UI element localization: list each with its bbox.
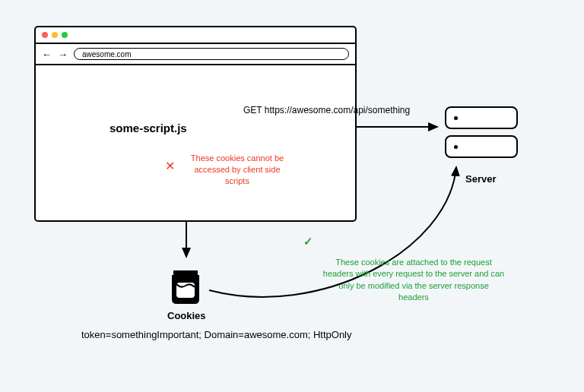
red-note-text: These cookies cannot be accessed by clie… (184, 153, 290, 187)
window-close-dot (42, 32, 48, 38)
script-name-label: some-script.js (110, 122, 187, 134)
cookies-label: Cookies (167, 310, 206, 321)
browser-titlebar (36, 27, 355, 44)
browser-window: ← → awesome.com (34, 26, 357, 222)
window-zoom-dot (62, 32, 68, 38)
x-icon: ✕ (165, 159, 175, 173)
back-arrow-icon: ← (42, 49, 52, 60)
address-bar-text: awesome.com (82, 50, 131, 58)
check-icon: ✓ (303, 235, 313, 248)
server-node-2 (445, 135, 518, 158)
request-label: GET https://awesome.com/api/something (243, 105, 410, 115)
window-minimize-dot (52, 32, 58, 38)
forward-arrow-icon: → (58, 49, 68, 60)
green-note-text: These cookies are attached to the reques… (322, 257, 505, 304)
server-node-1 (445, 106, 518, 129)
cookie-jar-icon (169, 264, 202, 305)
server-label: Server (465, 173, 496, 185)
cookie-string: token=somethingImportant; Domain=awesome… (81, 329, 352, 340)
browser-nav-row: ← → awesome.com (36, 44, 355, 65)
address-bar: awesome.com (74, 48, 349, 60)
